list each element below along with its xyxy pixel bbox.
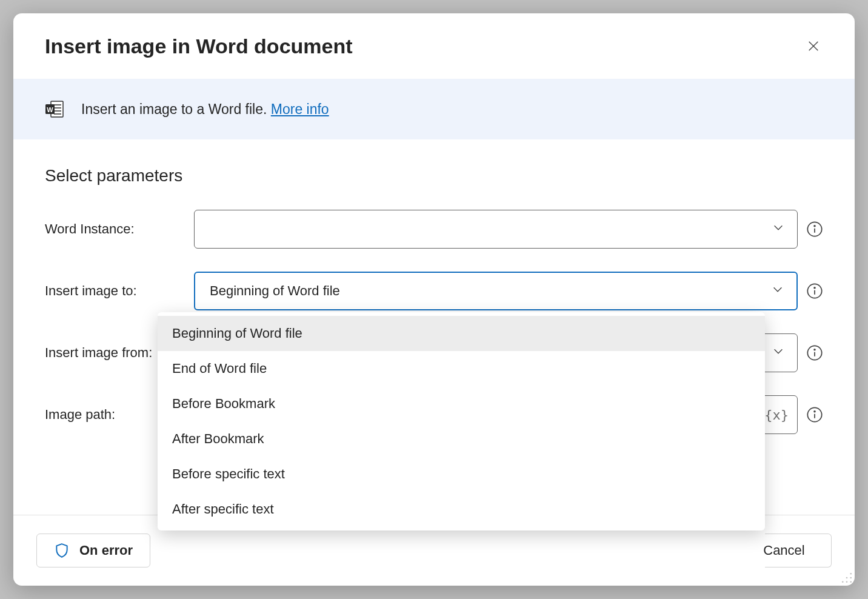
svg-point-24 <box>850 581 852 583</box>
word-icon: W <box>45 99 64 119</box>
svg-point-21 <box>850 573 852 575</box>
chevron-down-icon <box>771 283 784 300</box>
more-info-link[interactable]: More info <box>271 101 329 117</box>
dropdown-option[interactable]: Beginning of Word file <box>158 316 765 351</box>
shield-icon <box>54 543 70 558</box>
dropdown-option[interactable]: After specific text <box>158 492 765 527</box>
dropdown-option[interactable]: Before specific text <box>158 457 765 492</box>
dialog-title: Insert image in Word document <box>45 35 353 58</box>
banner-description: Insert an image to a Word file. <box>81 101 271 117</box>
info-icon-insert-to[interactable] <box>806 283 823 300</box>
word-instance-dropdown[interactable] <box>194 210 798 249</box>
cancel-label: Cancel <box>763 543 804 558</box>
dropdown-option[interactable]: End of Word file <box>158 351 765 386</box>
param-row-insert-to: Insert image to: Beginning of Word file … <box>45 272 823 310</box>
insert-image-dialog: Insert image in Word document W Insert a… <box>13 13 855 586</box>
svg-point-26 <box>842 581 844 583</box>
section-heading: Select parameters <box>45 166 823 186</box>
param-row-word-instance: Word Instance: <box>45 210 823 249</box>
svg-point-17 <box>814 349 815 350</box>
insert-to-dropdown-menu: Beginning of Word file End of Word file … <box>158 312 765 530</box>
label-word-instance: Word Instance: <box>45 221 185 237</box>
svg-point-25 <box>846 581 848 583</box>
info-icon-word-instance[interactable] <box>806 221 823 238</box>
cancel-button[interactable]: Cancel <box>765 534 832 567</box>
dropdown-option[interactable]: Before Bookmark <box>158 386 765 421</box>
info-icon-image-path[interactable] <box>806 406 823 423</box>
banner-text: Insert an image to a Word file. More inf… <box>81 101 329 118</box>
close-icon <box>807 39 820 53</box>
label-insert-to: Insert image to: <box>45 283 185 299</box>
svg-point-14 <box>814 287 815 289</box>
close-button[interactable] <box>801 34 826 58</box>
chevron-down-icon <box>772 221 785 238</box>
svg-text:W: W <box>47 106 53 113</box>
dialog-body: Select parameters Word Instance: Insert … <box>13 139 855 515</box>
on-error-label: On error <box>79 543 133 558</box>
resize-grip-icon[interactable] <box>841 572 852 583</box>
svg-point-20 <box>814 411 815 412</box>
variable-icon[interactable]: {x} <box>764 407 789 423</box>
dialog-header: Insert image in Word document <box>13 13 855 79</box>
chevron-down-icon <box>772 344 785 361</box>
svg-point-23 <box>846 577 848 579</box>
insert-to-dropdown[interactable]: Beginning of Word file <box>194 272 798 310</box>
dropdown-option[interactable]: After Bookmark <box>158 421 765 457</box>
svg-point-22 <box>850 577 852 579</box>
insert-to-value: Beginning of Word file <box>210 283 340 299</box>
info-banner: W Insert an image to a Word file. More i… <box>13 79 855 139</box>
on-error-button[interactable]: On error <box>36 534 150 567</box>
svg-point-11 <box>814 226 815 227</box>
info-icon-insert-from[interactable] <box>806 344 823 361</box>
